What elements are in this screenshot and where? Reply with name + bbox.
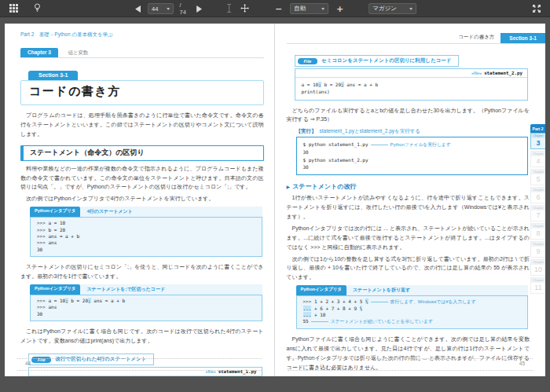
text-select-tool-button[interactable] <box>225 2 233 16</box>
code-line: ... + 6 + 7 + 8 + 9 \ <box>303 306 522 312</box>
code-note: 改行します、Windowsでは¥を入力します <box>390 299 476 304</box>
code-line: >>> a = 10; b = 20; ans = a + b <box>37 298 255 304</box>
page-total-label: / 74 <box>179 2 189 16</box>
side-tab-chapter-8: Chapter8 <box>530 223 545 240</box>
page-number: 44 <box>25 361 31 366</box>
page-right: コードの書き方 Section 3-1 File セミコロンをステートメントの区… <box>275 24 546 376</box>
code-line: a = 10; b = 20; ans = a + b <box>302 81 522 88</box>
code-line: >>> ans <box>37 240 255 246</box>
running-header: コードの書き方 Section 3-1 <box>287 33 546 44</box>
prev-page-button[interactable] <box>134 2 142 16</box>
running-header-title: コードの書き方 <box>458 34 494 43</box>
side-tab-chapter-10: Chapter10 <box>530 259 545 276</box>
paragraph: どちらのファイルも実行するとaとbの値を足し合わせた30を出力します。（Pyth… <box>287 106 530 125</box>
page-number-select[interactable]: 44 <box>148 3 174 14</box>
file-caption-bar: File セミコロンをステートメントの区切りに利用したコード <box>295 55 460 67</box>
paragraph: Pythonインタプリタでは次の行には ... と表示され、ステートメントが続い… <box>287 224 530 252</box>
interpreter-tab: Pythonインタプリタ <box>30 284 80 295</box>
code-note: ステートメントが続いていることを示しています <box>331 319 433 324</box>
code-line: print(ans) <box>302 88 522 95</box>
page-number: 45 <box>519 361 525 366</box>
note-connector-line <box>371 302 388 302</box>
page-number-value: 44 <box>152 5 158 13</box>
code-line: $ python statement_1.py <box>303 141 368 147</box>
expand-arrows-icon <box>533 3 541 15</box>
page-footer-right: 45 <box>288 358 534 372</box>
paragraph: ステートメントの区切りにセミコロン「;」を使うと、同じコードを次のように書くこと… <box>20 262 264 281</box>
code-line: 30 <box>303 163 522 170</box>
paragraph: 次の例ではPythonインタプリタで4行のステートメントを実行しています。 <box>20 194 264 203</box>
heading-statement-delimiter: ステートメント（命令文）の区切り <box>20 145 264 161</box>
side-tab-number: 3 <box>531 138 545 148</box>
side-tab-chapter-4: Chapter4 <box>530 151 545 167</box>
running-header-section-tab: Section 3-1 <box>500 33 545 43</box>
heading-text: ステートメントの改行 <box>292 183 356 190</box>
lightbulb-icon <box>34 3 41 15</box>
side-tab-chapter-3: Chapter 3 <box>530 133 545 149</box>
file-badge: File <box>298 58 317 64</box>
fullscreen-button[interactable] <box>531 2 542 16</box>
code-caption: ステートメントを折り返す <box>346 285 528 295</box>
chapter-title: 値と変数 <box>68 49 88 55</box>
side-tab-chapter-5: Chapter5 <box>530 169 545 185</box>
side-tab-chapter-11: Chapter11 <box>530 277 545 294</box>
section-tab: Section 3-1 <box>28 71 78 80</box>
pan-tool-button[interactable] <box>239 2 251 16</box>
run-label: 【実行】statement_1.pyとstatement_2.pyを実行する <box>296 128 530 135</box>
next-page-button[interactable] <box>195 2 204 16</box>
run-label-text: statement_1.pyとstatement_2.pyを実行する <box>320 128 421 134</box>
side-chapter-tabs: Part 2 Chapter 3 Chapter4 Chapter5 Chapt… <box>530 124 545 295</box>
code-body: >>> a = 10 >>> b = 20 >>> ans = a + b >>… <box>30 217 262 257</box>
page-title: コードの書き方 <box>29 84 255 99</box>
zoom-level-select[interactable]: 自動 <box>290 3 328 14</box>
toolbar: 44 / 74 − 自動 + マガジン <box>0 0 550 17</box>
code-body: >>> 1 + 2 + 3 + 4 + 5 \改行します、Windowsでは¥を… <box>296 295 529 329</box>
code-line: >>> b = 20 <box>37 227 255 233</box>
code-block-interpreter-semicolon: Pythonインタプリタ ステートメントを;で区切ったコード >>> a = 1… <box>30 284 262 321</box>
code-line: 30 <box>37 247 255 253</box>
chevron-down-icon <box>321 8 324 10</box>
side-tab-chapter-7: Chapter7 <box>530 205 545 222</box>
view-mode-value: マガジン <box>372 5 397 13</box>
pdf-viewer: 44 / 74 − 自動 + マガジン <box>0 0 550 392</box>
book-spread: Part 2 基礎：Python の基本構文を学ぶ Chapter 3 値と変数… <box>5 24 545 376</box>
heading-statement-wrap: ▶ステートメントの改行 <box>287 182 530 191</box>
part-label: Part 2 基礎：Python の基本構文を学ぶ <box>20 31 264 38</box>
file-name: statement_2.py <box>484 71 522 75</box>
code-block-interpreter-4lines: Pythonインタプリタ 4行のステートメント >>> a = 10 >>> b… <box>30 207 262 257</box>
terminal-block: $ python statement_1.pyPythonファイルを実行します … <box>296 137 529 175</box>
zoom-out-button[interactable]: − <box>273 5 284 13</box>
file-code-body: a = 10; b = 20; ans = a + b print(ans) <box>295 78 528 100</box>
paragraph: 料理や業務などの一連の作業が複数の命令文で指示されるように、プログラムコードもま… <box>20 164 264 192</box>
code-line: >>> ans <box>37 304 255 310</box>
intro-paragraph: プログラムのコードは、処理手順を箇条書きのように行単位で書いた命令文です。命令文… <box>20 111 264 139</box>
code-body: >>> a = 10; b = 20; ans = a + b >>> ans … <box>30 295 262 321</box>
side-tab-chapter-9: Chapter9 <box>530 241 545 258</box>
chapter-tab: Chapter 3 <box>20 48 58 57</box>
ibeam-cursor-icon <box>226 3 232 15</box>
code-caption: 4行のステートメント <box>80 207 262 217</box>
section-title-box: コードの書き方 <box>20 80 264 105</box>
grid-icon <box>9 3 18 15</box>
interpreter-tab: Pythonインタプリタ <box>30 207 80 217</box>
code-note: Pythonファイルを実行します <box>390 142 451 147</box>
chapter-header: Chapter 3 値と変数 <box>20 43 264 58</box>
paragraph: これはPythonファイルに書く場合も同じです。次のコードは改行で区切られた4行… <box>20 327 264 346</box>
code-caption: ステートメントを;で区切ったコード <box>80 284 262 295</box>
paragraph: 1行が長いステートメントが読みやすくなるように、行を途中で折り返すこともできます… <box>287 193 530 222</box>
light-toggle-button[interactable] <box>32 2 42 16</box>
file-block-statement2: File セミコロンをステートメントの区切りに利用したコード «file»sta… <box>295 52 529 101</box>
paragraph: 次の例では1から10の整数を足し算する式を3行に折り返して書いています。最初の2… <box>287 255 530 283</box>
zoom-in-button[interactable]: + <box>334 5 346 13</box>
code-line: $ python statement_2.py <box>303 156 522 163</box>
view-mode-select[interactable]: マガジン <box>368 3 416 14</box>
code-line: 55 <box>303 318 309 324</box>
thumbnails-button[interactable] <box>8 2 20 16</box>
note-connector-line <box>311 321 328 322</box>
file-caption-text: セミコロンをステートメントの区切りに利用したコード <box>321 57 451 64</box>
chevron-down-icon <box>409 8 412 10</box>
code-line: 30 <box>37 311 255 317</box>
move-cross-icon <box>240 3 249 15</box>
run-label-prefix: 【実行】 <box>296 128 317 134</box>
zoom-level-value: 自動 <box>294 5 306 13</box>
